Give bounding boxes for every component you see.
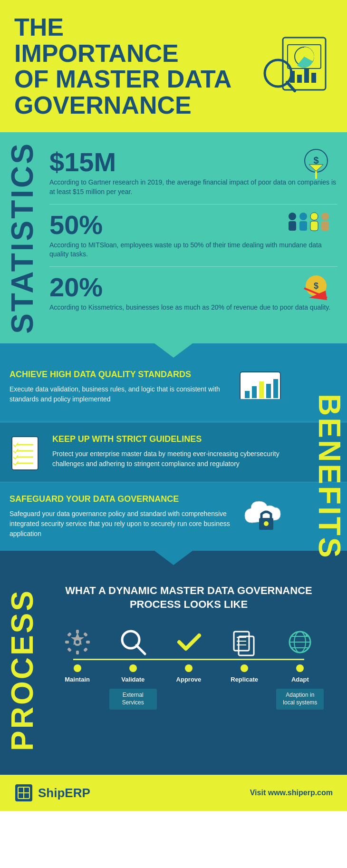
maintain-icon [61,625,94,659]
process-step-validate: Validate External Services [107,625,159,709]
step-label-maintain: Maintain [65,676,90,683]
step-label-adapt: Adapt [291,676,309,683]
page-title: THE IMPORTANCE OF MASTER DATA GOVERNANCE [14,14,233,118]
svg-point-19 [321,213,329,220]
process-step-adapt: Adapt Adaption in local systems [274,625,326,709]
header-icon [257,33,333,99]
stat-item-1: $15M According to Gartner research in 20… [49,142,337,204]
process-steps: Maintain Validate External Services [49,625,328,709]
svg-point-17 [310,213,318,220]
process-section: PROCESS WHAT A DYNAMIC MASTER DATA GOVER… [0,565,347,775]
step-dot-replicate [241,664,248,672]
step-dot-validate [129,664,137,672]
statistics-section: STATISTICS $15M According to Gartner res… [0,132,347,343]
svg-rect-29 [245,391,250,398]
external-services-label: External Services [109,689,157,709]
divider-triangle-2 [0,551,347,565]
people-icon [285,209,333,238]
svg-rect-50 [83,647,88,652]
svg-rect-6 [311,73,316,83]
svg-rect-28 [250,407,271,409]
benefit-item-1: ACHIEVE HIGH DATA QUALITY STANDARDS Exec… [0,358,347,422]
svg-rect-31 [259,381,264,398]
benefits-section: BENEFITS ACHIEVE HIGH DATA QUALITY STAND… [0,358,347,551]
step-label-replicate: Replicate [231,676,258,683]
svg-rect-47 [67,632,72,637]
footer-url: Visit www.shiperp.com [250,789,333,797]
svg-rect-16 [299,221,307,231]
svg-point-13 [289,213,296,220]
stat-number-3: 20% [49,274,330,301]
svg-rect-48 [83,632,88,637]
revenue-down-icon: $ [299,272,333,305]
svg-rect-18 [310,221,318,231]
stat-text-2: According to MITSloan, employees waste u… [49,238,337,259]
statistics-content: $15M According to Gartner research in 20… [45,132,347,343]
svg-text:$: $ [313,155,318,166]
svg-point-15 [299,213,307,220]
checklist-icon [10,434,43,472]
svg-text:$: $ [314,281,318,291]
benefit-1-text: Execute data validation, business rules,… [10,384,228,404]
adapt-icon [283,625,317,659]
process-title: WHAT A DYNAMIC MASTER DATA GOVERNANCE PR… [49,584,328,611]
svg-rect-54 [239,636,254,655]
svg-rect-43 [76,630,79,634]
svg-point-40 [264,521,269,526]
divider-triangle-1 [0,343,347,358]
svg-rect-33 [273,379,278,398]
stat-item-2: 50% According to MITSloan, employees was… [49,205,337,267]
svg-rect-20 [321,221,329,231]
svg-rect-45 [65,641,69,644]
svg-rect-49 [67,647,72,652]
process-step-maintain: Maintain [51,625,104,683]
header-section: THE IMPORTANCE OF MASTER DATA GOVERNANCE [0,0,347,132]
benefit-3-content: SAFEGUARD YOUR DATA GOVERNANCE Safeguard… [10,494,233,539]
svg-point-42 [76,640,79,644]
statistics-label: STATISTICS [0,132,45,343]
benefits-label: BENEFITS [312,381,347,572]
footer-logo: ShipERP [14,783,90,802]
svg-rect-5 [304,68,309,83]
step-label-validate: Validate [121,676,145,683]
step-label-approve: Approve [176,676,202,683]
stat-item-3: 20% According to Kissmetrics, businesses… [49,267,337,320]
adaption-local-label: Adaption in local systems [276,689,324,709]
step-dot-maintain [74,664,81,672]
monitor-chart-icon [238,370,290,412]
benefit-3-title: SAFEGUARD YOUR DATA GOVERNANCE [10,494,233,504]
svg-rect-26 [238,399,283,403]
process-step-replicate: Replicate [218,625,270,683]
benefit-item-3: SAFEGUARD YOUR DATA GOVERNANCE Safeguard… [0,482,347,551]
svg-rect-44 [76,651,79,654]
step-dot-approve [185,664,193,672]
footer-section: ShipERP Visit www.shiperp.com [0,775,347,811]
replicate-icon [228,625,261,659]
logo-text: ShipERP [38,786,90,800]
cloud-lock-icon [242,494,290,537]
svg-line-52 [136,645,145,654]
stat-text-3: According to Kissmetrics, businesses los… [49,301,330,312]
svg-rect-46 [86,641,90,644]
process-content: WHAT A DYNAMIC MASTER DATA GOVERNANCE PR… [45,579,333,761]
benefit-2-title: KEEP UP WITH STRICT GUIDELINES [52,434,290,444]
benefit-2-text: Protect your enterprise master data by m… [52,449,290,469]
benefit-1-title: ACHIEVE HIGH DATA QUALITY STANDARDS [10,370,228,380]
stat-number-1: $15M [49,149,337,176]
validate-icon [116,625,150,659]
approve-icon [172,625,205,659]
process-label: PROCESS [0,579,45,761]
svg-rect-14 [289,221,296,231]
svg-rect-32 [266,384,271,398]
step-dot-adapt [296,664,304,672]
svg-rect-30 [252,386,257,398]
money-down-icon: $ [299,146,333,180]
benefit-3-text: Safeguard your data governance policy an… [10,509,233,539]
svg-rect-4 [297,75,302,83]
benefit-item-2: KEEP UP WITH STRICT GUIDELINES Protect y… [0,422,347,482]
stat-text-1: According to Gartner research in 2019, t… [49,176,337,196]
benefit-2-content: KEEP UP WITH STRICT GUIDELINES Protect y… [52,434,290,469]
process-step-approve: Approve [163,625,215,683]
benefit-1-content: ACHIEVE HIGH DATA QUALITY STANDARDS Exec… [10,370,228,404]
